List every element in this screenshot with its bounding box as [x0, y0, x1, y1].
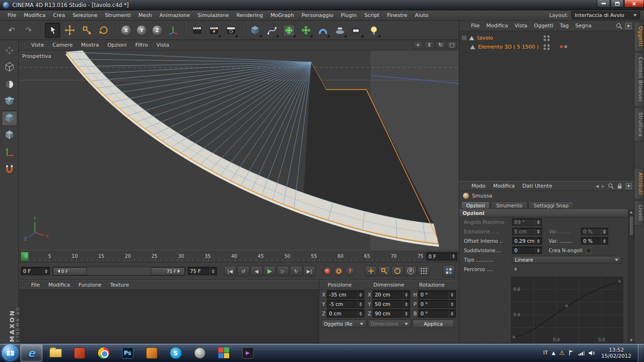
menubar-item[interactable]: Personaggio — [298, 12, 337, 18]
menubar-item[interactable]: Modifica — [20, 12, 49, 18]
attribute-menu-item[interactable]: Modo — [468, 183, 489, 189]
material-menu-item[interactable]: File — [27, 282, 44, 288]
taskbar-media-app-button[interactable]: ▶ — [237, 345, 259, 362]
object-state-dots[interactable] — [560, 45, 567, 48]
scale-tool-button[interactable] — [79, 23, 94, 38]
tab-livelli[interactable]: Livelli — [635, 200, 644, 226]
tab-content-browser[interactable]: Content Browser — [635, 52, 644, 107]
add-light-button[interactable] — [366, 23, 381, 38]
close-button[interactable]: × — [624, 0, 644, 8]
viewport-menu-item[interactable]: Vista — [152, 42, 173, 48]
navigation-mode-button[interactable] — [1, 42, 17, 58]
live-selection-button[interactable] — [45, 23, 60, 38]
record-pla-button[interactable] — [418, 266, 430, 276]
menubar-item[interactable]: Mesh — [134, 12, 156, 18]
record-scale-button[interactable] — [378, 266, 390, 276]
axis-lock-button[interactable]: Y — [135, 23, 148, 38]
undo-button[interactable]: ↶ — [4, 23, 19, 38]
range-start-handle[interactable]: 0 F — [53, 267, 87, 275]
tab-opzioni[interactable]: Opzioni — [461, 201, 490, 209]
current-frame-field[interactable]: 0 F — [21, 267, 50, 275]
snap-mode-button[interactable] — [1, 161, 17, 177]
zoom-view-button[interactable]: ⇕ — [424, 41, 434, 49]
taskbar-photoshop-button[interactable]: Ps — [116, 345, 139, 362]
menubar-item[interactable]: Rendering — [233, 12, 267, 18]
menubar-item[interactable]: Simulazione — [194, 12, 233, 18]
render-settings-button[interactable] — [223, 23, 239, 38]
object-manager-menu-item[interactable]: Vista — [511, 23, 530, 29]
tab-struttura[interactable]: Struttura — [635, 107, 644, 141]
visibility-toggles[interactable] — [544, 35, 550, 41]
attribute-scrollbar[interactable]: ▲ ▼ — [628, 209, 634, 343]
add-camera-button[interactable] — [349, 23, 364, 38]
position-field[interactable]: -35 cm — [327, 290, 364, 299]
axis-lock-button[interactable]: X — [120, 23, 132, 38]
menubar-item[interactable]: Animazione — [156, 12, 193, 18]
menubar-item[interactable]: Selezione — [69, 12, 101, 18]
dimension-field[interactable]: 90 cm — [372, 309, 410, 318]
object-manager-menu-item[interactable]: Oggetti — [531, 23, 557, 29]
render-region-button[interactable] — [206, 23, 222, 38]
rotation-field[interactable]: 0 ° — [418, 309, 456, 318]
crea-n-angoli-checkbox[interactable] — [586, 248, 591, 253]
tab-attributi[interactable]: Attributi — [635, 168, 644, 199]
menubar-item[interactable]: Finestre — [383, 12, 411, 18]
panel-grip[interactable] — [21, 41, 25, 49]
object-row-tavolo[interactable]: − tavolo — [459, 33, 634, 42]
start-button[interactable] — [2, 345, 18, 361]
taskbar-red-app-button[interactable] — [68, 345, 91, 362]
menubar-item[interactable]: File — [4, 12, 20, 18]
axis-lock-button[interactable]: Z — [151, 23, 164, 38]
viewport-menu-item[interactable]: Opzioni — [103, 42, 131, 48]
viewport-canvas[interactable]: Y X Z Prospettiva — [19, 50, 459, 250]
viewport-menu-item[interactable]: Viste — [27, 42, 48, 48]
disclosure-triangle-icon[interactable] — [515, 267, 519, 271]
taskbar-ie-button[interactable]: e — [20, 345, 42, 362]
redo-button[interactable]: ↷ — [21, 23, 36, 38]
scroll-down-icon[interactable]: ▼ — [630, 337, 632, 343]
ruler-frame-field[interactable]: 0 F — [426, 252, 457, 261]
range-track[interactable] — [87, 267, 151, 275]
object-manager-menu-item[interactable]: Modifica — [483, 23, 511, 29]
history-forward-icon[interactable]: ▶ — [602, 184, 605, 189]
action-center-warning-icon[interactable]: ⚠ — [559, 349, 565, 356]
percorso-curve-graph[interactable]: 0.8 0.4 0.4 0.8 — [511, 277, 623, 343]
scroll-up-icon[interactable]: ▲ — [630, 209, 632, 215]
show-desktop-button[interactable] — [638, 344, 643, 362]
add-primitive-button[interactable] — [247, 23, 263, 38]
maximize-button[interactable] — [611, 0, 624, 8]
rotate-view-button[interactable]: ↻ — [436, 41, 446, 49]
keyframe-help-button[interactable]: ? — [345, 266, 355, 276]
taskbar-colorful-app-button[interactable] — [213, 345, 235, 362]
options-section-header[interactable]: Opzioni — [459, 209, 634, 217]
add-spline-button[interactable] — [264, 23, 280, 38]
menubar-item[interactable]: Script — [361, 12, 383, 18]
rotation-field[interactable]: 0 ° — [418, 290, 456, 299]
add-icon[interactable] — [626, 183, 632, 189]
position-field[interactable]: 0 cm — [327, 309, 364, 318]
camera-label[interactable]: Prospettiva — [22, 53, 51, 59]
var1-field[interactable]: 0 % — [581, 228, 608, 235]
taskbar-clock[interactable]: 13:52 15/02/2012 — [599, 347, 634, 359]
end-frame-field[interactable]: 75 F — [188, 267, 217, 275]
taskbar-chrome-button[interactable] — [92, 345, 115, 362]
taskbar-skype-button[interactable]: S — [165, 345, 187, 362]
play-button[interactable]: ▶ — [264, 266, 276, 276]
preview-range-slider[interactable]: 0 F 75 F — [52, 267, 185, 276]
tab-strumento[interactable]: Strumento — [491, 201, 528, 209]
axis-mode-button[interactable] — [1, 144, 17, 160]
record-rotation-button[interactable] — [391, 266, 404, 276]
add-environment-button[interactable] — [332, 23, 347, 38]
language-indicator[interactable]: IT — [543, 350, 548, 356]
var2-field[interactable]: 0 % — [581, 237, 608, 245]
record-keyframe-button[interactable] — [322, 266, 332, 276]
object-name[interactable]: Elemento 3D ( 5 1500 ) — [478, 44, 539, 50]
make-editable-button[interactable] — [1, 59, 17, 75]
estrusione-field[interactable]: 5 cm — [512, 228, 542, 235]
record-position-button[interactable] — [365, 266, 377, 276]
range-end-handle[interactable]: 75 F — [151, 267, 185, 275]
toggle-view-button[interactable]: □ — [447, 41, 457, 49]
polygon-mode-button[interactable] — [1, 110, 17, 126]
add-modeling-object-button[interactable] — [298, 23, 314, 38]
goto-end-button[interactable]: ▶| — [303, 266, 315, 276]
